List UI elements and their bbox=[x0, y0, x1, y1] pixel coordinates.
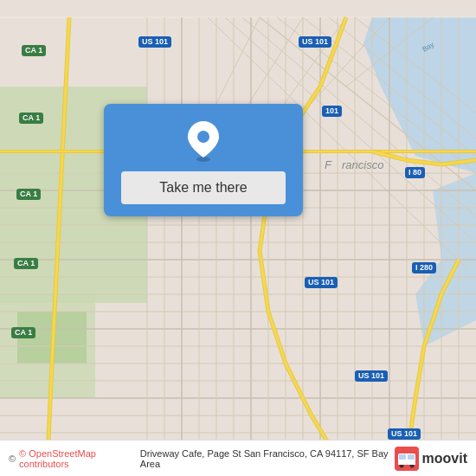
map-container: rancisco F Bay CA 1 CA 1 CA 1 CA 1 CA 1 … bbox=[0, 0, 476, 476]
navigation-overlay: Take me there bbox=[104, 104, 303, 216]
location-pin-icon bbox=[184, 119, 222, 163]
location-address: Driveway Cafe, Page St San Francisco, CA… bbox=[140, 448, 395, 469]
attribution-section: © © OpenStreetMap contributors bbox=[9, 448, 140, 469]
badge-ca1-3: CA 1 bbox=[16, 189, 41, 200]
badge-ca1-1: CA 1 bbox=[22, 45, 46, 56]
badge-ca1-5: CA 1 bbox=[11, 327, 35, 338]
badge-us101-5: US 101 bbox=[355, 370, 388, 382]
svg-rect-69 bbox=[398, 463, 415, 465]
badge-101-3: 101 bbox=[322, 106, 342, 117]
openstreetmap-credit: © OpenStreetMap contributors bbox=[19, 448, 140, 469]
copyright-symbol: © bbox=[9, 453, 16, 464]
svg-text:F: F bbox=[325, 158, 332, 171]
moovit-logo: moovit bbox=[395, 447, 467, 471]
svg-rect-66 bbox=[408, 454, 415, 460]
map-background: rancisco F Bay bbox=[0, 0, 476, 476]
svg-text:rancisco: rancisco bbox=[342, 158, 383, 171]
moovit-text: moovit bbox=[422, 451, 467, 466]
badge-i80: I 80 bbox=[405, 167, 425, 178]
badge-ca1-4: CA 1 bbox=[14, 258, 38, 269]
bottom-bar: © © OpenStreetMap contributors Driveway … bbox=[0, 440, 476, 476]
map-svg: rancisco F Bay bbox=[0, 0, 476, 476]
svg-rect-65 bbox=[399, 454, 406, 460]
take-me-there-button[interactable]: Take me there bbox=[121, 171, 286, 204]
badge-ca1-2: CA 1 bbox=[19, 113, 43, 124]
svg-point-62 bbox=[197, 131, 209, 143]
moovit-bus-icon bbox=[395, 447, 419, 471]
badge-i280: I 280 bbox=[412, 262, 436, 273]
badge-us101-2: US 101 bbox=[299, 36, 331, 48]
badge-us101-4: US 101 bbox=[305, 277, 338, 288]
badge-us101-1: US 101 bbox=[138, 36, 171, 48]
badge-us101-6: US 101 bbox=[388, 428, 421, 440]
